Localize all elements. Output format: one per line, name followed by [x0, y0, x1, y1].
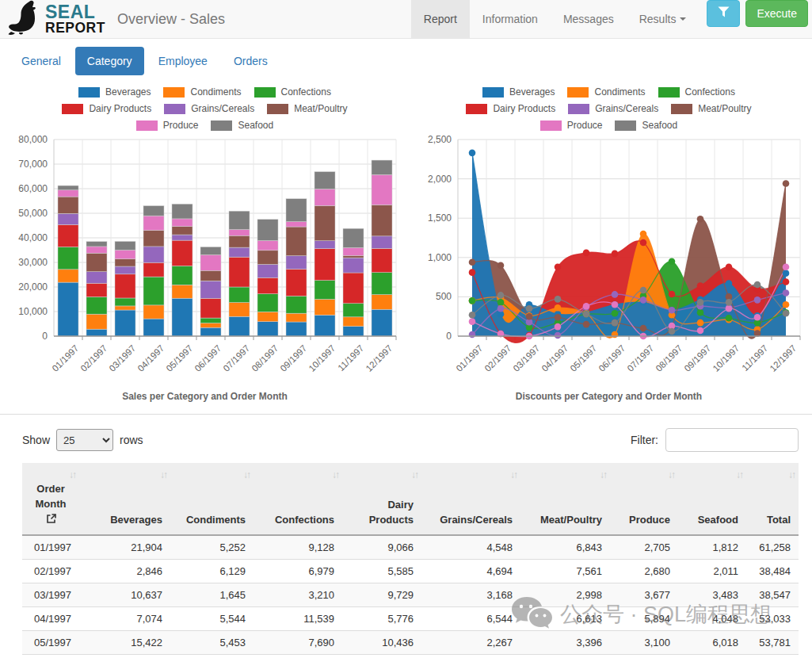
- nav-item-results[interactable]: Results: [627, 0, 700, 38]
- legend-item-condiments[interactable]: Condiments: [567, 86, 645, 98]
- svg-text:11/1997: 11/1997: [336, 343, 365, 373]
- legend-label: Condiments: [594, 86, 645, 98]
- svg-text:04/1997: 04/1997: [540, 343, 570, 373]
- svg-text:30,000: 30,000: [18, 257, 48, 268]
- chevron-down-icon: [680, 17, 686, 21]
- legend-item-grains-cereals[interactable]: Grains/Cereals: [568, 103, 658, 114]
- legend-swatch: [78, 87, 100, 98]
- legend-item-grains-cereals[interactable]: Grains/Cereals: [164, 103, 254, 114]
- sort-icon[interactable]: ↓↑: [600, 469, 606, 482]
- column-header-beverages[interactable]: ↓↑Beverages: [79, 463, 170, 535]
- column-header-dairy-products[interactable]: ↓↑Dairy Products: [342, 463, 421, 535]
- legend-item-produce[interactable]: Produce: [540, 120, 603, 131]
- top-navbar: SEAL REPORT Overview - Sales Report Info…: [0, 0, 812, 39]
- execute-button[interactable]: Execute: [745, 0, 808, 27]
- svg-text:12/1997: 12/1997: [768, 343, 799, 373]
- table-controls: Show 25 rows Filter:: [0, 415, 812, 461]
- legend-label: Seafood: [238, 120, 273, 131]
- seal-logo-icon: [6, 0, 43, 38]
- table-cell: 7,074: [79, 606, 170, 630]
- svg-text:12/1997: 12/1997: [364, 343, 395, 373]
- table-cell: 15,422: [79, 630, 170, 654]
- column-label: Dairy Products: [369, 499, 414, 526]
- column-header-confections[interactable]: ↓↑Confections: [254, 463, 342, 535]
- sales-chart-title: Sales per Category and Order Month: [8, 391, 402, 402]
- nav-item-messages[interactable]: Messages: [551, 0, 627, 38]
- legend-item-confections[interactable]: Confections: [254, 86, 331, 98]
- svg-text:70,000: 70,000: [18, 159, 48, 170]
- legend-label: Dairy Products: [89, 103, 151, 114]
- tab-general[interactable]: General: [10, 47, 73, 75]
- legend-item-seafood[interactable]: Seafood: [211, 120, 273, 131]
- sort-icon[interactable]: ↓↑: [69, 469, 75, 482]
- legend-label: Seafood: [642, 120, 677, 131]
- column-header-produce[interactable]: ↓↑Produce: [610, 463, 678, 535]
- svg-text:01/1997: 01/1997: [51, 343, 81, 373]
- nav-item-information[interactable]: Information: [470, 0, 551, 38]
- legend-item-dairy-products[interactable]: Dairy Products: [466, 103, 555, 114]
- svg-text:500: 500: [436, 291, 452, 302]
- sort-icon[interactable]: ↓↑: [736, 469, 742, 482]
- sort-icon[interactable]: ↓↑: [788, 469, 795, 482]
- sort-icon[interactable]: ↓↑: [160, 469, 166, 482]
- table-row[interactable]: 02/19972,8466,1296,9795,5854,6947,5612,6…: [22, 559, 799, 583]
- table-cell: 21,904: [79, 535, 170, 560]
- legend-item-meat-poultry[interactable]: Meat/Poultry: [267, 103, 347, 114]
- page-size-select[interactable]: 25: [56, 429, 113, 451]
- column-header-condiments[interactable]: ↓↑Condiments: [170, 463, 254, 535]
- legend-item-confections[interactable]: Confections: [658, 86, 735, 98]
- nav-item-report[interactable]: Report: [411, 0, 470, 38]
- column-header-grains-cereals[interactable]: ↓↑Grains/Cereals: [421, 463, 520, 535]
- table-row[interactable]: 01/199721,9045,2529,1289,0664,5486,8432,…: [22, 535, 799, 560]
- svg-text:1,000: 1,000: [428, 252, 452, 263]
- show-label: Show: [22, 434, 50, 446]
- legend-item-meat-poultry[interactable]: Meat/Poultry: [671, 103, 751, 114]
- filter-box: Filter:: [631, 428, 799, 452]
- column-label: Produce: [629, 514, 670, 526]
- column-header-order-month[interactable]: ↓↑Order Month: [22, 463, 79, 535]
- table-cell: 7,690: [254, 630, 342, 654]
- legend-swatch: [267, 104, 288, 114]
- sort-icon[interactable]: ↓↑: [243, 469, 250, 482]
- sort-icon[interactable]: ↓↑: [668, 469, 674, 482]
- legend-label: Confections: [685, 86, 735, 98]
- column-header-meat-poultry[interactable]: ↓↑Meat/Poultry: [520, 463, 610, 535]
- column-label: Beverages: [110, 514, 162, 526]
- legend-item-produce[interactable]: Produce: [136, 120, 199, 131]
- svg-text:0: 0: [446, 331, 452, 342]
- main-nav: Report Information Messages Results Exec…: [411, 0, 812, 38]
- legend-row: BeveragesCondimentsConfections: [78, 86, 331, 98]
- table-cell: 6,544: [421, 606, 520, 630]
- tab-employee[interactable]: Employee: [147, 47, 219, 75]
- table-filter-input[interactable]: [665, 428, 799, 452]
- column-header-seafood[interactable]: ↓↑Seafood: [678, 463, 746, 535]
- legend-swatch: [482, 87, 504, 98]
- table-row[interactable]: 04/19977,0745,54411,5395,7766,5446,6135,…: [22, 606, 799, 630]
- table-cell: 02/1997: [22, 559, 79, 583]
- table-row[interactable]: 05/199715,4225,4537,69010,4362,2673,3963…: [22, 630, 799, 654]
- table-row[interactable]: 03/199710,6371,6453,2109,7293,1682,9983,…: [22, 583, 799, 606]
- tab-orders[interactable]: Orders: [222, 47, 280, 75]
- svg-text:05/1997: 05/1997: [165, 343, 195, 373]
- legend-swatch: [62, 104, 83, 114]
- svg-text:06/1997: 06/1997: [193, 343, 223, 373]
- table-cell: 3,483: [678, 583, 746, 606]
- column-header-total[interactable]: ↓↑Total: [746, 463, 799, 535]
- tab-category[interactable]: Category: [75, 47, 144, 75]
- sort-icon[interactable]: ↓↑: [510, 469, 517, 482]
- sort-icon[interactable]: ↓↑: [411, 469, 417, 482]
- svg-text:03/1997: 03/1997: [108, 343, 138, 373]
- sort-icon[interactable]: ↓↑: [332, 469, 338, 482]
- legend-item-seafood[interactable]: Seafood: [615, 120, 677, 131]
- nav-item-information-label: Information: [482, 13, 538, 25]
- legend-item-beverages[interactable]: Beverages: [78, 86, 151, 98]
- table-cell: 5,894: [610, 606, 678, 630]
- legend-item-dairy-products[interactable]: Dairy Products: [62, 103, 151, 114]
- svg-text:02/1997: 02/1997: [483, 343, 513, 373]
- table-cell: 2,705: [610, 535, 678, 560]
- external-link-icon[interactable]: [47, 513, 56, 528]
- legend-item-condiments[interactable]: Condiments: [163, 86, 241, 98]
- legend-swatch: [136, 121, 158, 131]
- legend-item-beverages[interactable]: Beverages: [482, 86, 555, 98]
- filter-button[interactable]: [707, 0, 740, 27]
